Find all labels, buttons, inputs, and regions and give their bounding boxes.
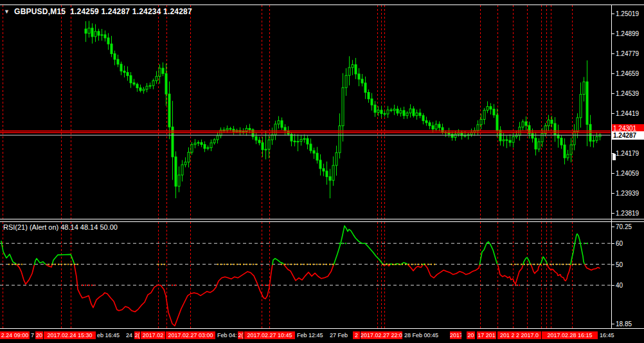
time-axis-label: 7 bbox=[31, 331, 35, 339]
candlestick-series bbox=[85, 21, 601, 198]
vline-time-tag[interactable]: 2017.02 bbox=[141, 331, 165, 339]
pane-separator-top[interactable] bbox=[0, 219, 644, 219]
vline-time-tag[interactable]: 2017.02.28 16:15 bbox=[542, 331, 598, 339]
top-border bbox=[0, 5, 644, 5]
rsi-axis-label: 40 bbox=[616, 282, 623, 289]
rsi-axis-label: 50 bbox=[616, 261, 623, 268]
rsi-indicator-label: RSI(21) (Alert on) 48.14 48.14 50.00 bbox=[3, 223, 118, 231]
chart-canvas[interactable] bbox=[0, 0, 644, 343]
time-axis-label: 24 bbox=[126, 331, 133, 339]
vline-time-tag[interactable]: 2( bbox=[238, 331, 244, 339]
bid-price-tag: 1.24287 bbox=[612, 131, 644, 140]
symbol-period-label[interactable]: GBPUSD,M15 bbox=[14, 7, 66, 16]
price-axis-label: 1.24779 bbox=[616, 50, 639, 57]
price-axis-label: 1.24419 bbox=[616, 109, 639, 116]
price-axis-label: 1.24179 bbox=[616, 149, 639, 156]
time-axis-label: 28 Feb 00:45 bbox=[404, 331, 443, 339]
time-axis-label: eb 16:45 bbox=[97, 331, 121, 339]
mt4-chart-window: ▼ GBPUSD,M15 1.24259 1.24287 1.24234 1.2… bbox=[0, 0, 644, 343]
price-axis-label: 1.24059 bbox=[616, 169, 639, 176]
vline-time-tag[interactable]: 2 bbox=[353, 331, 360, 339]
price-axis-label: 1.23939 bbox=[616, 189, 639, 196]
vline-time-tag[interactable]: 2017.02.27 10:45 bbox=[244, 331, 295, 339]
ohlc-values: 1.24259 1.24287 1.24234 1.24287 bbox=[70, 7, 192, 16]
vline-time-tag[interactable]: 2017.02.27 03:00 bbox=[166, 331, 215, 339]
vline-time-tag[interactable]: 17 201 bbox=[477, 331, 496, 339]
price-axis-label: 1.24659 bbox=[616, 70, 639, 77]
time-axis-separator bbox=[0, 328, 644, 329]
symbol-header: ▼ GBPUSD,M15 1.24259 1.24287 1.24234 1.2… bbox=[4, 7, 192, 16]
vline-time-tag[interactable]: 201 2 2 2017.0 bbox=[497, 331, 541, 339]
price-axis-label: 1.25019 bbox=[616, 10, 639, 17]
vline-time-tag[interactable]: 2017. bbox=[450, 331, 461, 339]
rsi-axis-label: 70.25 bbox=[616, 223, 632, 230]
vline-time-tag[interactable]: 2( bbox=[134, 331, 140, 339]
rsi-line bbox=[1, 226, 600, 326]
rsi-axis-label: 18.85 bbox=[616, 320, 632, 328]
price-axis-label: 1.24539 bbox=[616, 89, 639, 97]
vline-time-tag[interactable]: 2017.02.27 22:00 bbox=[361, 331, 402, 339]
pane-separator-bottom[interactable] bbox=[0, 221, 644, 222]
chevron-down-icon[interactable]: ▼ bbox=[4, 9, 10, 15]
vline-time-tag[interactable]: 20 bbox=[467, 331, 475, 339]
vline-time-tag[interactable]: 2.24 09:00 bbox=[0, 331, 30, 339]
rsi-level-lines bbox=[0, 243, 611, 285]
price-axis-label: 1.23819 bbox=[616, 209, 639, 216]
price-axis-border bbox=[611, 5, 612, 329]
vertical-alert-lines[interactable] bbox=[3, 5, 573, 328]
vline-time-tag[interactable]: 20 bbox=[35, 331, 43, 339]
vline-time-tag[interactable]: 2017.02.24 15:30 bbox=[44, 331, 96, 339]
time-axis-label: Feb 12:45 bbox=[297, 331, 324, 339]
axis-marker bbox=[613, 154, 616, 160]
rsi-axis-label: 60 bbox=[616, 240, 623, 247]
time-axis-label: 27 Feb bbox=[330, 331, 349, 339]
price-axis-label: 1.24899 bbox=[616, 30, 639, 37]
time-axis-label: 16:45 bbox=[600, 331, 616, 339]
time-axis-label: Feb 04: bbox=[217, 331, 237, 339]
